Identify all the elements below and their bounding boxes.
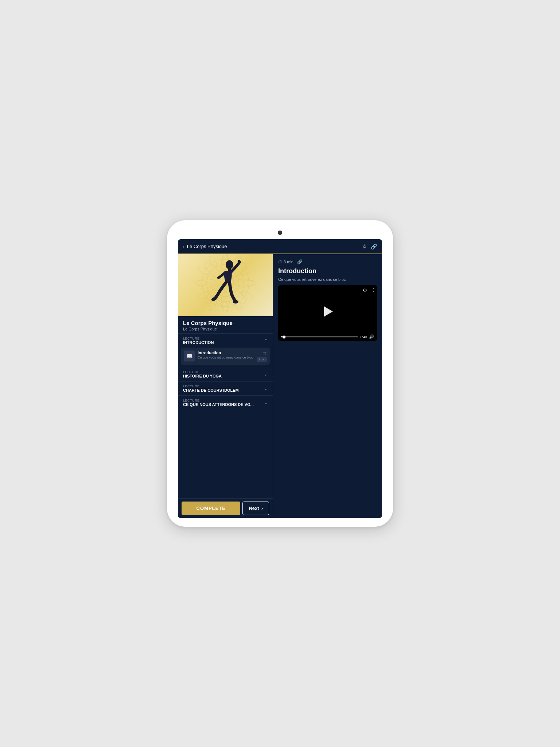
svg-point-24 — [226, 260, 233, 269]
tablet-shell: ‹ Le Corps Physique ☆ 🔗 — [167, 220, 393, 527]
lecture-name-4: CE QUE NOUS ATTENDONS DE VO... — [183, 402, 254, 407]
left-spacer — [178, 410, 273, 498]
header-icons: ☆ 🔗 — [362, 243, 377, 250]
lecture-label-3: Lecture — [183, 384, 239, 388]
lecture-section-introduction: Lecture INTRODUCTION ⌃ 📖 Introduction Ce… — [178, 333, 273, 367]
video-settings-icon[interactable]: ⚙ — [363, 287, 367, 293]
lecture-header-introduction[interactable]: Lecture INTRODUCTION ⌃ — [178, 334, 273, 348]
star-icon[interactable]: ☆ — [362, 243, 367, 250]
lesson-title: Introduction — [198, 351, 254, 355]
lecture-name-3: CHARTE DE COURS IDOLEM — [183, 388, 239, 392]
chevron-down-icon-4: ⌄ — [264, 400, 268, 405]
chevron-down-icon-2: ⌄ — [264, 372, 268, 377]
chevron-up-icon: ⌃ — [264, 338, 268, 343]
lesson-duration: 3 min — [257, 357, 267, 362]
right-panel: ⏱ 3 min 🔗 Introduction Ce que vous retro… — [273, 254, 382, 518]
camera — [278, 231, 282, 235]
video-controls: 0:40 🔊 — [278, 333, 377, 341]
lesson-item-introduction[interactable]: 📖 Introduction Ce que vous retrouverez d… — [181, 348, 270, 365]
next-button[interactable]: Next › — [242, 502, 269, 515]
duration-value: 3 min — [284, 260, 293, 264]
svg-point-26 — [233, 300, 238, 303]
lesson-desc: Ce que vous retrouverez dans ce bloc — [198, 356, 254, 360]
lecture-section-yoga: Lecture HISTOIRE DU YOGA ⌄ — [178, 367, 273, 381]
left-panel: Le Corps Physique Le Corps Physique Lect… — [178, 254, 273, 518]
book-icon: 📖 — [186, 353, 192, 359]
lecture-header-yoga[interactable]: Lecture HISTOIRE DU YOGA ⌄ — [178, 367, 273, 381]
video-ctrl-icons: 🔊 — [369, 334, 374, 339]
video-progress-bar[interactable] — [281, 336, 358, 337]
next-arrow-icon: › — [261, 506, 263, 511]
bottom-bar: COMPLETE Next › — [178, 498, 273, 518]
course-image — [178, 254, 273, 316]
lecture-label-2: Lecture — [183, 370, 222, 374]
video-player[interactable]: ⚙ ⛶ 0:40 🔊 — [278, 285, 377, 341]
course-nav-title: Le Corps Physique — [187, 244, 227, 249]
tablet-screen: ‹ Le Corps Physique ☆ 🔗 — [178, 239, 382, 518]
lecture-section-charte: Lecture CHARTE DE COURS IDOLEM ⌄ — [178, 381, 273, 395]
video-time: 0:40 — [360, 335, 367, 339]
lecture-label-1: Lecture — [183, 337, 214, 340]
content-area: Le Corps Physique Le Corps Physique Lect… — [178, 254, 382, 518]
video-top-controls: ⚙ ⛶ — [363, 287, 374, 293]
link-meta-icon: 🔗 — [297, 259, 303, 264]
lesson-heading: Introduction — [278, 267, 377, 275]
volume-icon[interactable]: 🔊 — [369, 334, 374, 339]
meta-row: ⏱ 3 min 🔗 — [278, 259, 377, 264]
clock-icon: ⏱ — [278, 260, 282, 264]
back-icon[interactable]: ‹ — [183, 244, 185, 249]
course-subtitle: Le Corps Physique — [183, 327, 268, 331]
lecture-header-attendons[interactable]: Lecture CE QUE NOUS ATTENDONS DE VO... ⌄ — [178, 396, 273, 410]
play-button[interactable] — [320, 304, 335, 319]
video-fullscreen-icon[interactable]: ⛶ — [369, 287, 374, 293]
lesson-description: Ce que vous retrouverez dans ce bloc — [278, 277, 377, 282]
chevron-down-icon-3: ⌄ — [264, 386, 268, 391]
lesson-star-icon[interactable]: ☆ — [263, 351, 267, 356]
course-title-main: Le Corps Physique — [183, 320, 268, 326]
video-progress-dot — [283, 336, 285, 338]
course-title-block: Le Corps Physique Le Corps Physique — [178, 316, 273, 333]
next-label: Next — [249, 506, 259, 511]
header: ‹ Le Corps Physique ☆ 🔗 — [178, 239, 382, 254]
complete-button[interactable]: COMPLETE — [182, 502, 240, 515]
duration-meta: ⏱ 3 min — [278, 260, 293, 264]
lecture-name-2: HISTOIRE DU YOGA — [183, 374, 222, 378]
lecture-name-1: INTRODUCTION — [183, 340, 214, 345]
lecture-header-charte[interactable]: Lecture CHARTE DE COURS IDOLEM ⌄ — [178, 382, 273, 395]
play-triangle-icon — [324, 306, 333, 317]
link-icon[interactable]: 🔗 — [371, 244, 377, 249]
lecture-label-4: Lecture — [183, 399, 254, 402]
lecture-section-attendons: Lecture CE QUE NOUS ATTENDONS DE VO... ⌄ — [178, 395, 273, 410]
header-left[interactable]: ‹ Le Corps Physique — [183, 244, 227, 249]
